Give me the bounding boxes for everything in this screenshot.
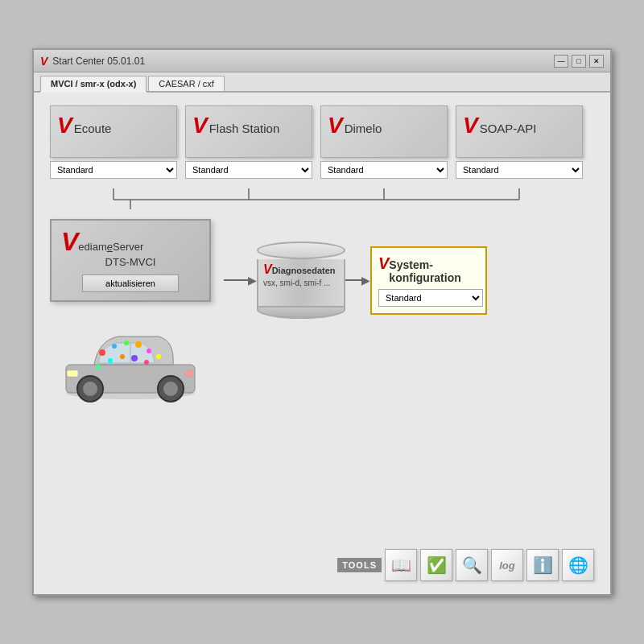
update-button[interactable]: aktualisieren: [82, 275, 179, 292]
flashstation-card[interactable]: V Flash Station: [185, 105, 312, 158]
vediamo-name: ediam: [78, 241, 106, 253]
help-book-icon[interactable]: 📖: [385, 549, 417, 581]
ecoute-dropdown[interactable]: Standard: [50, 161, 177, 179]
flashstation-v-logo: V: [192, 114, 208, 137]
sysconfig-name: System-konfiguration: [389, 258, 460, 284]
ecoute-card-container: V Ecoute Standard: [50, 105, 177, 179]
svg-point-15: [99, 349, 105, 356]
soapapi-v-logo: V: [463, 114, 478, 137]
tabs-bar: MVCI / smr-x (odx-x) CAESAR / cxf: [34, 72, 610, 93]
ecoute-v-logo: V: [57, 114, 72, 137]
db-body: V Diagnosedaten vsx, smi-d, smi-f ...: [257, 259, 345, 308]
right-side: ▶ V Diagnosedaten vsx, smi-d, smi-f ...: [224, 225, 487, 319]
db-bottom: [257, 308, 345, 319]
vediamo-v-logo: V: [61, 229, 78, 254]
system-config-box: V System-konfiguration Standard: [370, 246, 487, 315]
svg-point-18: [135, 341, 142, 348]
arrow-icon-2: ▶: [361, 274, 370, 287]
svg-point-12: [163, 382, 178, 396]
connector-lines: [50, 188, 594, 209]
vediamo-subtitle: DTS-MVCI: [61, 256, 200, 268]
connector-line-1: [224, 279, 248, 281]
svg-point-20: [108, 358, 113, 363]
dimelo-dropdown[interactable]: Standard: [320, 161, 448, 179]
main-content: V Ecoute Standard V Flash Station Standa…: [34, 93, 610, 594]
sysconfig-dropdown[interactable]: Standard: [378, 289, 483, 307]
dimelo-label: Dimelo: [345, 122, 382, 135]
vediamo-suffix: e: [107, 241, 113, 253]
info-icon[interactable]: ℹ️: [526, 549, 559, 581]
main-window: V Start Center 05.01.01 — □ ✕ MVCI / smr…: [32, 48, 612, 596]
car-area: [50, 308, 211, 413]
right-connectors: ▶ V Diagnosedaten vsx, smi-d, smi-f ...: [224, 242, 487, 319]
car-svg: [54, 312, 207, 409]
db-v-logo: V: [263, 262, 272, 277]
sysconfig-v-logo: V: [378, 254, 389, 273]
flashstation-label: Flash Station: [209, 122, 280, 135]
soapapi-card[interactable]: V SOAP-API: [456, 105, 583, 158]
minimize-button[interactable]: —: [554, 55, 568, 68]
tools-row: TOOLS 📖 ✅ 🔍 log ℹ️ 🌐: [50, 549, 594, 581]
svg-point-17: [124, 341, 129, 345]
ecoute-label: Ecoute: [74, 122, 112, 135]
arrow-icon-1: ▶: [248, 274, 257, 287]
soapapi-card-container: V SOAP-API Standard: [456, 105, 583, 179]
close-button[interactable]: ✕: [589, 55, 604, 68]
svg-point-22: [131, 355, 138, 361]
soapapi-label: SOAP-API: [480, 122, 537, 135]
svg-point-16: [112, 344, 117, 349]
window-title: Start Center 05.01.01: [52, 56, 145, 67]
svg-point-19: [147, 349, 151, 353]
flashstation-card-container: V Flash Station Standard: [185, 105, 312, 179]
app-cards-row: V Ecoute Standard V Flash Station Standa…: [50, 105, 594, 179]
svg-rect-13: [67, 370, 78, 377]
connector-line-2: [345, 279, 361, 281]
dimelo-card[interactable]: V Dimelo: [320, 105, 448, 158]
svg-point-23: [144, 360, 149, 365]
folder-search-icon[interactable]: 🔍: [456, 549, 488, 581]
middle-section: V ediam e Server DTS-MVCI aktualisieren: [50, 219, 594, 413]
db-name: Diagnosedaten: [272, 266, 336, 275]
db-subtext: vsx, smi-d, smi-f ...: [263, 279, 330, 287]
app-logo: V: [40, 55, 47, 68]
connector-svg: [50, 188, 597, 209]
svg-point-21: [120, 354, 125, 359]
svg-point-24: [96, 365, 101, 369]
globe-icon[interactable]: 🌐: [562, 549, 594, 581]
tab-mvci[interactable]: MVCI / smr-x (odx-x): [40, 76, 147, 93]
dimelo-card-container: V Dimelo Standard: [320, 105, 448, 179]
svg-rect-14: [185, 370, 193, 377]
flashstation-dropdown[interactable]: Standard: [185, 161, 312, 179]
vediamo-box: V ediam e Server DTS-MVCI aktualisieren: [50, 219, 211, 302]
soapapi-dropdown[interactable]: Standard: [456, 161, 583, 179]
vediamo-server: Server: [113, 241, 143, 253]
tab-caesar[interactable]: CAESAR / cxf: [148, 76, 224, 91]
svg-point-25: [156, 354, 161, 359]
tools-label: TOOLS: [337, 558, 382, 572]
diagnosedaten-cylinder: V Diagnosedaten vsx, smi-d, smi-f ...: [257, 242, 345, 319]
maximize-button[interactable]: □: [572, 55, 586, 68]
left-block: V ediam e Server DTS-MVCI aktualisieren: [50, 219, 211, 413]
title-bar: V Start Center 05.01.01 — □ ✕: [34, 50, 610, 72]
dimelo-v-logo: V: [328, 114, 343, 137]
svg-point-10: [83, 382, 97, 396]
window-controls: — □ ✕: [554, 55, 604, 68]
db-top: [257, 242, 345, 259]
ecoute-card[interactable]: V Ecoute: [50, 105, 177, 158]
checklist-icon[interactable]: ✅: [420, 549, 452, 581]
log-icon[interactable]: log: [491, 549, 523, 581]
